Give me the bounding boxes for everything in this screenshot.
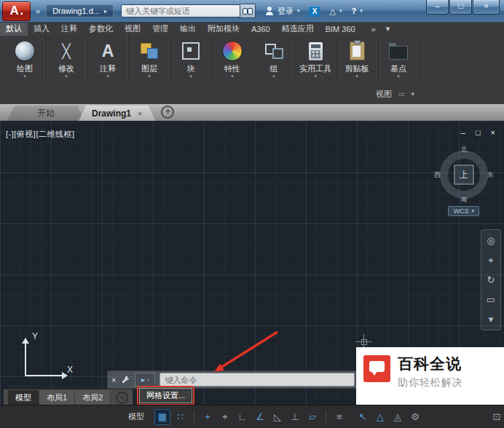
ribbon-overflow-icon[interactable]: » [371,25,376,33]
panel-label: 注释 [100,64,116,73]
file-tab-start[interactable]: 开始 [7,106,84,121]
viewport-minimize-icon[interactable]: – [461,128,465,137]
command-close-icon[interactable]: × [111,376,116,384]
help-button[interactable]: ? ▾ [351,7,362,15]
polar-tracking-button[interactable]: ∠ [253,410,267,424]
ribbon-tab-annotate[interactable]: 注释 [55,22,83,36]
new-tab-button[interactable]: + [161,106,174,119]
layout-tab-model[interactable]: 模型 [8,390,39,405]
application-menu-button[interactable]: A ▾ [2,1,31,21]
ribbon-panel-modify[interactable]: ╳ 修改 ▾ [46,36,87,84]
viewcube-south-label[interactable]: 南 [461,195,468,205]
view-cube[interactable]: 北 南 西 东 上 [436,146,492,203]
viewcube-east-label[interactable]: 东 [487,170,494,180]
ribbon-collapse-icon[interactable]: ▾ [386,24,390,33]
ribbon-panel-basepoint[interactable]: 基点 ▾ [378,36,420,84]
baike-watermark: 百科全说 助你轻松解决 [356,347,504,405]
utilities-calculator-icon [309,42,323,60]
pan-icon[interactable]: ⌖ [488,255,493,265]
layout-tab-layout1[interactable]: 布局1 [39,390,75,405]
quick-access-expand-icon[interactable]: » [36,7,40,15]
close-tab-icon[interactable]: × [138,109,142,118]
ribbon-panel-properties[interactable]: 特性 ▾ [212,36,253,84]
ribbon-tab-insert[interactable]: 插入 [28,22,55,36]
exchange-apps-button[interactable]: X [309,6,320,17]
ribbon-tab-addins[interactable]: 附加模块 [202,22,245,36]
view-panel-title[interactable]: 视图 ▭ ▾ [376,89,414,100]
ribbon-panel-annotate[interactable]: A 注释 ▾ [87,36,129,84]
document-title-chip[interactable]: Drawing1.d... ▸ [46,4,114,17]
snap-mode-button[interactable]: ∷ [173,410,188,424]
zoom-extents-icon[interactable]: ▭ [487,295,495,304]
wrench-icon[interactable] [120,375,130,385]
infer-constraints-button[interactable]: + [200,410,215,424]
viewcube-north-label[interactable]: 北 [461,145,468,154]
close-button[interactable]: × [473,0,500,15]
ribbon-tab-default[interactable]: 默认 [0,22,28,36]
search-binoculars-icon[interactable] [240,4,256,18]
selection-cycling-button[interactable]: ↖ [355,410,370,424]
ribbon-tab-a360[interactable]: A360 [245,22,276,36]
viewport-controls-label[interactable]: [-][俯视][二维线框] [6,129,75,140]
ribbon-tab-manage[interactable]: 管理 [146,22,174,36]
chevron-down-icon: ▾ [360,8,363,14]
ribbon-tab-view[interactable]: 视图 [119,22,146,36]
chevron-down-icon[interactable]: ▾ [412,90,415,98]
a360-icon: △ [329,7,335,16]
grid-settings-menu-item[interactable]: 网格设置... [139,388,192,403]
panel-label: 组 [270,64,278,73]
navigation-wheel-icon[interactable]: ◎ [487,236,495,245]
chevron-down-icon: ▾ [231,73,234,79]
layout-tab-layout2[interactable]: 布局2 [75,390,111,405]
annotation-scale-button[interactable]: ◬ [390,410,405,424]
layout-tab-bar: 模型 布局1 布局2 + [3,389,133,406]
ribbon-tab-bim360[interactable]: BIM 360 [320,22,361,36]
command-input[interactable] [160,373,355,387]
ribbon-tab-output[interactable]: 输出 [174,22,202,36]
command-prompt-button[interactable]: ▸ ▾ [135,373,155,387]
clean-screen-button[interactable]: ⊡ [489,410,504,424]
title-bar: A ▾ » Drawing1.d... ▸ 登录 ▾ X △ ▾ ? ▾ – [0,0,504,23]
annotation-highlight-box: 网格设置... [137,386,194,405]
grid-display-button[interactable]: ▦ [154,409,170,425]
ribbon-panel-draw[interactable]: 绘图 ▾ [4,36,46,84]
search-input[interactable] [121,4,240,17]
new-layout-button[interactable]: + [116,392,128,404]
ribbon-panel-utilities[interactable]: 实用工具 ▾ [295,36,336,84]
lineweight-button[interactable]: ≡ [332,410,347,424]
viewcube-top-face[interactable]: 上 [454,165,474,185]
workspace-gear-button[interactable]: ⚙ [408,410,422,424]
ribbon-panel-clipboard[interactable]: 剪贴板 ▾ [336,36,378,84]
panel-label: 实用工具 [299,64,331,73]
viewcube-west-label[interactable]: 西 [434,170,441,180]
minimize-button[interactable]: – [426,0,449,15]
chevron-down-icon: ▾ [471,208,474,214]
navbar-more-icon[interactable]: ▾ [489,314,494,324]
viewport-restore-icon[interactable]: □ [476,128,481,137]
restore-button[interactable]: □ [449,0,472,15]
file-tab-drawing1[interactable]: Drawing1 × [79,106,155,121]
object-snap-button[interactable]: ▱ [305,410,320,424]
ribbon-panel-layers[interactable]: 图层 ▾ [129,36,170,84]
orbit-icon[interactable]: ↻ [487,275,495,285]
clipboard-panel-icon [350,41,365,60]
file-tab-label: 开始 [37,107,55,119]
ribbon-panel-block[interactable]: 块 ▾ [170,36,212,84]
ribbon-tab-featured-apps[interactable]: 精选应用 [276,22,320,36]
ortho-mode-button[interactable]: ∟ [235,410,250,424]
a360-button[interactable]: △ ▾ [329,7,342,16]
viewport-close-icon[interactable]: × [491,128,495,137]
object-snap-tracking-button[interactable]: ⊥ [288,410,302,424]
signin-button[interactable]: 登录 ▾ [265,6,300,17]
wcs-selector[interactable]: WCS ▾ [448,206,479,216]
dynamic-input-button[interactable]: ⌖ [218,410,232,424]
panel-pin-icon[interactable]: ▭ [398,90,405,98]
isometric-drafting-button[interactable]: ◺ [270,410,285,424]
model-space-button[interactable]: 模型 [121,411,151,422]
layers-panel-icon [140,42,159,60]
ribbon-panel-groups[interactable]: 组 ▾ [253,36,295,84]
annotation-visibility-button[interactable]: △ [373,410,387,424]
chevron-down-icon: ▾ [65,73,68,79]
ribbon-tab-parametric[interactable]: 参数化 [83,22,119,36]
ucs-icon: Y X [17,330,82,385]
